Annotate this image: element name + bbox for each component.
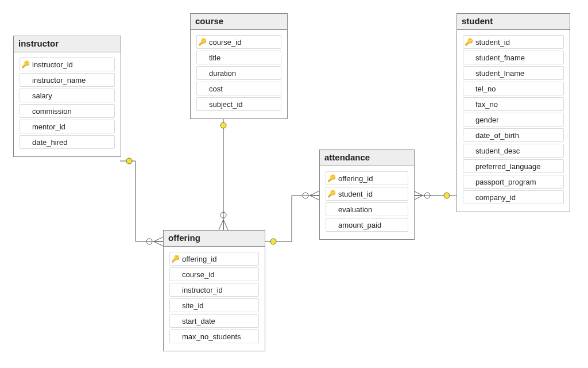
svg-point-1 [220, 122, 226, 128]
pk-icon: 🔑 [326, 174, 336, 182]
field-row[interactable]: student_desc [463, 144, 564, 158]
field-row[interactable]: 🔑course_id [196, 35, 281, 49]
field-row[interactable]: commission [20, 104, 115, 118]
entity-course[interactable]: course 🔑course_id title duration cost su… [190, 13, 288, 119]
entity-title: course [191, 14, 287, 30]
entity-body: 🔑course_id title duration cost subject_i… [191, 30, 287, 118]
field-row[interactable]: company_id [463, 190, 564, 204]
svg-point-2 [220, 212, 226, 218]
pk-icon: 🔑 [463, 38, 474, 46]
field-row[interactable]: 🔑offering_id [169, 252, 259, 266]
entity-offering[interactable]: offering 🔑offering_id course_id instruct… [163, 230, 265, 351]
field-row[interactable]: salary [20, 89, 115, 102]
field-row[interactable]: gender [463, 113, 564, 126]
field-row[interactable]: student_lname [463, 66, 564, 80]
field-row[interactable]: preferred_language [463, 159, 564, 173]
entity-title: instructor [14, 36, 121, 52]
field-row[interactable]: course_id [169, 267, 259, 281]
field-row[interactable]: instructor_id [169, 283, 259, 297]
field-row[interactable]: evaluation [326, 202, 408, 216]
pk-icon: 🔑 [20, 60, 30, 68]
entity-body: 🔑instructor_id instructor_name salary co… [14, 52, 121, 156]
field-row[interactable]: instructor_name [20, 73, 115, 87]
entity-body: 🔑offering_id course_id instructor_id sit… [164, 247, 265, 351]
field-row[interactable]: duration [196, 66, 281, 80]
field-row[interactable]: site_id [169, 298, 259, 312]
entity-instructor[interactable]: instructor 🔑instructor_id instructor_nam… [13, 36, 121, 157]
svg-point-7 [146, 239, 152, 244]
field-row[interactable]: 🔑instructor_id [20, 57, 115, 71]
field-row[interactable]: fax_no [463, 97, 564, 111]
field-row[interactable]: 🔑student_id [463, 35, 564, 49]
pk-icon: 🔑 [326, 190, 336, 198]
entity-attendance[interactable]: attendance 🔑offering_id 🔑student_id eval… [319, 150, 415, 240]
field-row[interactable]: tel_no [463, 82, 564, 95]
field-row[interactable]: 🔑offering_id [326, 171, 408, 185]
pk-icon: 🔑 [197, 38, 207, 46]
field-row[interactable]: student_fname [463, 51, 564, 64]
field-row[interactable]: date_of_birth [463, 128, 564, 142]
field-row[interactable]: title [196, 51, 281, 64]
svg-point-12 [303, 193, 308, 198]
field-row[interactable]: date_hired [20, 135, 115, 149]
svg-point-6 [126, 158, 132, 164]
field-row[interactable]: 🔑student_id [326, 187, 408, 201]
field-row[interactable]: passport_program [463, 175, 564, 189]
field-row[interactable]: amount_paid [326, 218, 408, 232]
svg-point-14 [444, 193, 450, 198]
pk-icon: 🔑 [170, 255, 180, 263]
entity-body: 🔑student_id student_fname student_lname … [457, 30, 570, 212]
field-row[interactable]: start_date [169, 314, 259, 328]
field-row[interactable]: mentor_id [20, 120, 115, 133]
entity-title: student [457, 14, 570, 30]
svg-point-11 [270, 239, 276, 244]
entity-title: attendance [320, 150, 414, 166]
er-diagram-canvas: instructor 🔑instructor_id instructor_nam… [0, 0, 588, 368]
entity-body: 🔑offering_id 🔑student_id evaluation amou… [320, 166, 414, 239]
entity-student[interactable]: student 🔑student_id student_fname studen… [457, 13, 570, 212]
field-row[interactable]: max_no_students [169, 329, 259, 343]
field-row[interactable]: cost [196, 82, 281, 95]
svg-point-15 [424, 193, 430, 198]
field-row[interactable]: subject_id [196, 97, 281, 111]
entity-title: offering [164, 231, 265, 247]
